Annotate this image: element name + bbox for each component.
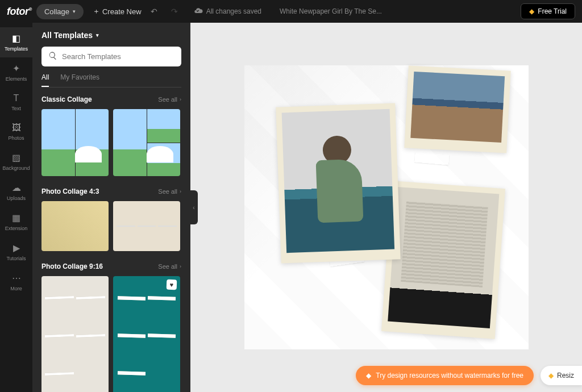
free-trial-button[interactable]: ◆ Free Trial [521, 3, 575, 19]
chevron-down-icon: ▾ [73, 9, 76, 14]
nav-background[interactable]: ▨Background [0, 147, 32, 177]
panel-tabs: All My Favorites [41, 73, 181, 87]
template-thumb[interactable] [41, 201, 109, 251]
photos-icon: 🖼 [0, 123, 32, 133]
see-all-pc916[interactable]: See all› [158, 263, 181, 270]
section-pc43-head: Photo Collage 4:3 See all› [41, 187, 181, 195]
nav-text[interactable]: TText [0, 87, 32, 117]
chevron-right-icon: › [180, 97, 181, 102]
template-thumb[interactable] [41, 109, 109, 176]
canvas-area: ‹ ◆ Try design resources without waterma… [190, 23, 582, 392]
template-thumb[interactable] [113, 201, 180, 251]
section-classic-collage-head: Classic Collage See all› [41, 95, 181, 103]
template-thumb[interactable] [41, 276, 109, 392]
diamond-icon: ◆ [366, 372, 371, 380]
search-icon [48, 51, 57, 62]
collage-frame[interactable] [276, 103, 400, 263]
template-thumb[interactable]: ♥ [113, 276, 180, 392]
templates-icon: ◧ [0, 33, 32, 44]
chevron-right-icon: › [180, 189, 181, 194]
section-title: Photo Collage 9:16 [41, 262, 103, 270]
tab-my-favorites[interactable]: My Favorites [60, 73, 99, 87]
nav-templates[interactable]: ◧Templates [0, 27, 32, 57]
chevron-down-icon: ▾ [96, 32, 99, 38]
diamond-icon: ◆ [529, 7, 534, 15]
section-title: Photo Collage 4:3 [41, 187, 99, 195]
mode-selector[interactable]: Collage ▾ [36, 4, 84, 19]
chevron-right-icon: › [180, 264, 181, 269]
panel-title-dropdown[interactable]: All Templates ▾ [41, 31, 181, 40]
more-icon: ⋯ [0, 273, 32, 283]
logo: fotor® [7, 6, 32, 18]
redo-button[interactable]: ↷ [167, 5, 182, 18]
background-icon: ▨ [0, 152, 32, 163]
nav-extension[interactable]: ▦Extension [0, 207, 32, 237]
search-box[interactable] [41, 47, 181, 66]
promo-pill[interactable]: ◆ Try design resources without watermark… [356, 366, 534, 385]
cloud-icon [194, 6, 203, 17]
project-title[interactable]: White Newpaper Girl By The Se... [280, 7, 382, 15]
see-all-pc43[interactable]: See all› [158, 188, 181, 195]
diamond-icon: ◆ [548, 372, 554, 380]
collage-frame[interactable] [404, 65, 510, 153]
nav-tutorials[interactable]: ▶Tutorials [0, 237, 32, 267]
nav-elements[interactable]: ✦Elements [0, 57, 32, 87]
nav-photos[interactable]: 🖼Photos [0, 117, 32, 147]
nav-uploads[interactable]: ☁Uploads [0, 177, 32, 207]
tab-all[interactable]: All [41, 73, 49, 87]
section-title: Classic Collage [41, 95, 92, 103]
elements-icon: ✦ [0, 63, 32, 74]
plus-icon: ＋ [93, 6, 100, 16]
template-thumb[interactable] [113, 109, 180, 176]
mode-label: Collage [44, 7, 69, 16]
search-input[interactable] [62, 52, 174, 61]
top-toolbar: fotor® Collage ▾ ＋ Create New ↶ ↷ All ch… [0, 0, 582, 23]
resize-button[interactable]: ◆ Resiz [541, 366, 582, 385]
nav-more[interactable]: ⋯More [0, 267, 32, 297]
canvas[interactable] [244, 65, 529, 349]
create-new-button[interactable]: ＋ Create New [93, 6, 142, 16]
text-icon: T [0, 93, 32, 103]
collage-frame[interactable] [381, 181, 505, 339]
tutorials-icon: ▶ [0, 243, 32, 253]
collapse-panel-handle[interactable]: ‹ [190, 190, 198, 224]
templates-panel: All Templates ▾ All My Favorites Classic… [32, 23, 190, 392]
see-all-classic[interactable]: See all› [158, 96, 181, 103]
section-pc916-head: Photo Collage 9:16 See all› [41, 262, 181, 270]
save-status: All changes saved [194, 6, 261, 17]
tape-decoration [414, 152, 449, 165]
vertical-nav: ◧Templates ✦Elements TText 🖼Photos ▨Back… [0, 23, 32, 392]
extension-icon: ▦ [0, 212, 32, 223]
heart-icon[interactable]: ♥ [167, 280, 177, 290]
undo-button[interactable]: ↶ [146, 5, 162, 18]
uploads-icon: ☁ [0, 182, 32, 193]
